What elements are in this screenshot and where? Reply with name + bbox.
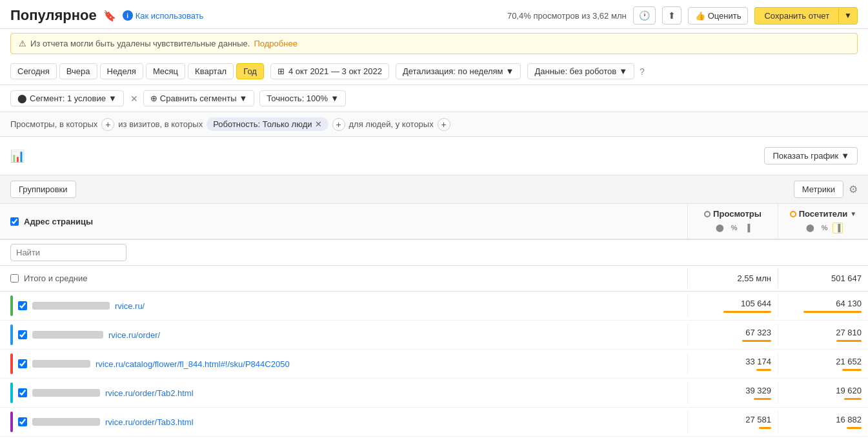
totals-row: Итого и средние 2,55 млн 501 647 [0, 266, 868, 292]
save-dropdown-arrow[interactable]: ▼ [838, 7, 858, 25]
tab-yesterday[interactable]: Вчера [59, 63, 97, 79]
segment-close-button[interactable]: ✕ [130, 94, 138, 104]
tab-month[interactable]: Месяц [146, 63, 185, 79]
segment-button[interactable]: ⬤ Сегмент: 1 условие ▼ [10, 90, 124, 106]
export-button[interactable]: ⬆ [662, 6, 681, 25]
row-url[interactable]: rvice.ru/order/ [108, 330, 160, 340]
info-badge[interactable]: i Как использовать [123, 10, 204, 21]
totals-visitors-value: 501 647 [831, 273, 862, 283]
row-checkbox[interactable] [18, 359, 27, 368]
table-row: rvice.ru/ 105 644 64 130 [0, 292, 868, 321]
tab-year[interactable]: Год [236, 63, 264, 79]
segment-icon: ⬤ [17, 94, 27, 103]
row-checkbox[interactable] [18, 330, 27, 339]
views-col-label: Просмотры [713, 209, 762, 219]
row-views-value: 67 323 [745, 328, 771, 337]
row-url[interactable]: rvice.ru/ [115, 301, 145, 311]
row-views-value: 33 174 [745, 357, 771, 366]
warning-link[interactable]: Подробнее [254, 39, 297, 48]
views-percent-icon[interactable]: % [729, 223, 740, 233]
accuracy-button[interactable]: Точность: 100% ▼ [259, 90, 346, 106]
tab-week[interactable]: Неделя [100, 63, 143, 79]
row-views-value: 27 581 [745, 415, 771, 424]
tab-today[interactable]: Сегодня [10, 63, 57, 79]
views-metric-icons: ⬤ % ▐ [713, 220, 753, 233]
stats-text: 70,4% просмотров из 3,62 млн [507, 11, 627, 21]
row-checkbox[interactable] [18, 417, 27, 426]
add-visits-filter-button[interactable]: + [332, 118, 345, 131]
add-people-filter-button[interactable]: + [438, 118, 450, 131]
visitors-percent-icon[interactable]: % [819, 223, 831, 233]
table-row: rvice.ru/catalog/flower/fl_844.html#!/sk… [0, 350, 868, 379]
row-visitors-cell: 16 882 [778, 411, 868, 433]
segment-chevron-icon: ▼ [108, 94, 117, 103]
col-main-label: Адрес страницы [24, 217, 93, 226]
row-views-value: 105 644 [741, 299, 771, 308]
select-all-checkbox[interactable] [10, 217, 19, 226]
row-visitors-value: 64 130 [836, 299, 862, 308]
clock-button[interactable]: 🕐 [633, 6, 656, 25]
save-button[interactable]: Сохранить отчет [754, 7, 838, 25]
row-url[interactable]: rvice.ru/order/Tab3.html [105, 417, 194, 427]
row-main: rvice.ru/ [0, 292, 687, 320]
data-dropdown[interactable]: Данные: без роботов ▼ [527, 63, 634, 79]
data-rows-container: rvice.ru/ 105 644 64 130 rvice.ru/order/… [0, 292, 868, 437]
settings-icon[interactable]: ⚙ [849, 183, 858, 195]
date-range-picker[interactable]: ⊞ 4 окт 2021 — 3 окт 2022 [270, 63, 389, 79]
sort-arrow-icon[interactable]: ▼ [850, 210, 856, 217]
search-input[interactable] [10, 244, 126, 261]
detail-dropdown[interactable]: Детализация: по неделям ▼ [396, 63, 521, 79]
row-views-cell: 39 329 [687, 382, 778, 404]
totals-checkbox[interactable] [10, 274, 19, 283]
row-visitors-value: 19 620 [836, 386, 862, 395]
filter-bar: Просмотры, в которых + из визитов, в кот… [0, 112, 868, 137]
row-visitors-bar [803, 311, 862, 313]
visitors-col-label: Посетители [799, 209, 848, 219]
visitors-bar-icon[interactable]: ▐ [833, 223, 843, 233]
row-checkbox[interactable] [18, 388, 27, 397]
row-views-bar [754, 398, 771, 400]
metrics-button[interactable]: Метрики [794, 181, 843, 198]
row-visitors-value: 27 810 [836, 328, 862, 337]
compare-button[interactable]: ⊕ Сравнить сегменты ▼ [143, 90, 255, 106]
row-blurred-domain [32, 360, 90, 368]
row-url[interactable]: rvice.ru/order/Tab2.html [105, 388, 194, 398]
bookmark-icon[interactable]: 🔖 [103, 10, 116, 22]
row-views-cell: 33 174 [687, 353, 778, 375]
info-label: Как использовать [136, 11, 204, 21]
visits-filter-label: из визитов, в которых [118, 119, 203, 129]
filter-tag-close-button[interactable]: ✕ [315, 119, 322, 129]
help-icon[interactable]: ? [640, 66, 645, 77]
visitors-pie-icon[interactable]: ⬤ [803, 223, 816, 233]
views-bar-icon[interactable]: ▐ [742, 223, 752, 233]
segment-label: Сегмент: 1 условие [30, 94, 106, 103]
save-btn-group: Сохранить отчет ▼ [754, 7, 858, 25]
row-color-indicator [10, 295, 13, 316]
visitors-metric-icons: ⬤ % ▐ [803, 220, 843, 233]
row-visitors-bar [842, 369, 862, 371]
rate-icon: 👍 [695, 11, 705, 21]
tab-quarter[interactable]: Квартал [188, 63, 234, 79]
table-row: rvice.ru/order/ 67 323 27 810 [0, 321, 868, 350]
row-main: rvice.ru/order/ [0, 321, 687, 349]
row-main: rvice.ru/order/Tab3.html [0, 408, 687, 436]
row-views-bar [759, 427, 771, 429]
row-checkbox[interactable] [18, 301, 27, 310]
table-row: rvice.ru/order/Tab2.html 39 329 19 620 [0, 379, 868, 408]
row-url[interactable]: rvice.ru/catalog/flower/fl_844.html#!/sk… [96, 359, 290, 369]
groupings-button[interactable]: Группировки [10, 181, 76, 198]
views-filter-label: Просмотры, в которых [10, 119, 97, 129]
rate-button[interactable]: 👍 Оценить [688, 7, 749, 25]
table-row: rvice.ru/order/Tab3.html 27 581 16 882 [0, 408, 868, 437]
views-metric-header: Просмотры ⬤ % ▐ [694, 209, 771, 233]
show-chart-button[interactable]: Показать график ▼ [764, 147, 858, 164]
views-pie-icon[interactable]: ⬤ [713, 223, 726, 233]
header-right: 70,4% просмотров из 3,62 млн 🕐 ⬆ 👍 Оцени… [507, 6, 858, 25]
date-tabs-bar: Сегодня Вчера Неделя Месяц Квартал Год ⊞… [0, 58, 868, 85]
row-color-indicator [10, 353, 13, 374]
row-visitors-cell: 19 620 [778, 382, 868, 404]
add-views-filter-button[interactable]: + [101, 118, 114, 131]
people-filter-label: для людей, у которых [349, 119, 434, 129]
row-color-indicator [10, 324, 13, 345]
calendar-icon: ⊞ [278, 66, 285, 76]
